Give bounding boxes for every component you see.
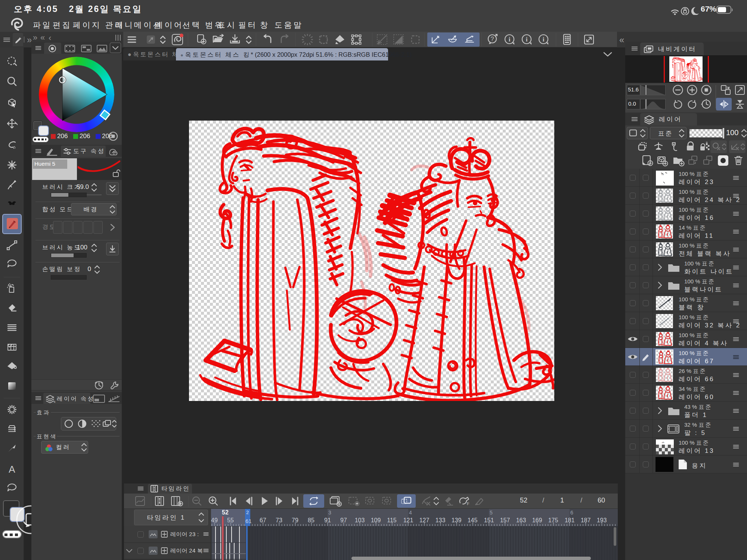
svg-text:?: ? bbox=[491, 36, 494, 42]
svg-text:i: i bbox=[509, 36, 511, 43]
svg-text:F: F bbox=[467, 501, 469, 506]
svg-text:x: x bbox=[54, 400, 56, 403]
svg-text:i: i bbox=[526, 36, 528, 43]
svg-text:i: i bbox=[543, 36, 545, 43]
svg-text:A: A bbox=[9, 464, 15, 475]
svg-text:t'u: t'u bbox=[661, 173, 664, 175]
svg-text:ch: ch bbox=[662, 441, 664, 444]
